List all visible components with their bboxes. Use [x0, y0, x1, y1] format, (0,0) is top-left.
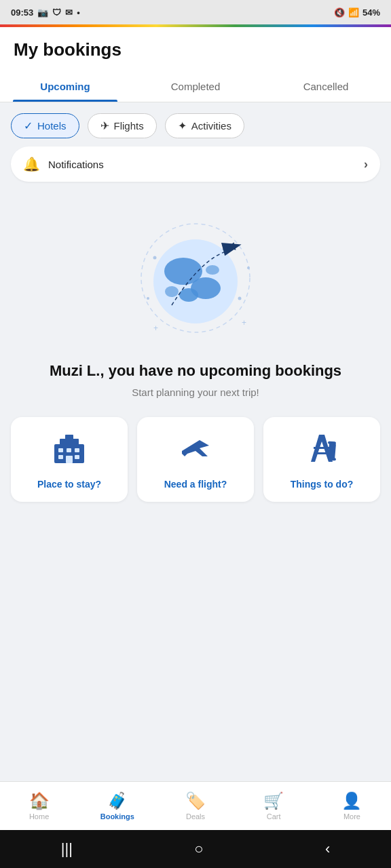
- camera-icon: 📷: [37, 7, 48, 18]
- tab-cancelled[interactable]: Cancelled: [261, 71, 391, 102]
- nav-cart-label: Cart: [267, 812, 281, 821]
- header: My bookings: [0, 27, 391, 71]
- flight-icon: [178, 432, 213, 471]
- shield-icon: 🛡: [52, 7, 61, 18]
- cta-flights[interactable]: Need a flight?: [137, 417, 254, 502]
- svg-text:+: +: [153, 323, 158, 333]
- notifications-label: Notifications: [48, 159, 364, 170]
- cta-row: Place to stay? Need a flight?: [11, 417, 380, 502]
- svg-point-6: [206, 265, 219, 275]
- svg-point-11: [238, 297, 242, 300]
- page-title: My bookings: [14, 39, 377, 60]
- activities-cta-icon: [304, 432, 339, 471]
- nav-deals[interactable]: 🏷️ Deals: [156, 782, 234, 830]
- status-bar: 09:53 📷 🛡 ✉ • 🔇 📶 54%: [0, 0, 391, 24]
- filter-activities[interactable]: ✦ Activities: [165, 113, 244, 138]
- more-icon: 👤: [341, 791, 362, 810]
- message-icon: ✉: [65, 7, 73, 18]
- bell-icon: 🔔: [23, 156, 40, 172]
- check-icon: ✓: [24, 119, 33, 132]
- recent-apps-button[interactable]: |||: [61, 840, 73, 858]
- cta-hotels-label: Place to stay?: [37, 479, 101, 490]
- svg-rect-27: [315, 452, 329, 454]
- svg-point-12: [247, 267, 250, 269]
- status-right: 🔇 📶 54%: [334, 7, 380, 18]
- nav-home-label: Home: [29, 812, 49, 821]
- svg-rect-26: [314, 447, 330, 449]
- cart-icon: 🛒: [263, 791, 284, 810]
- signal-icon: 📶: [348, 7, 359, 18]
- status-left: 09:53 📷 🛡 ✉ •: [11, 7, 80, 18]
- plane-icon: ✈: [100, 119, 109, 132]
- deals-icon: 🏷️: [185, 791, 206, 810]
- home-icon: 🏠: [29, 791, 50, 810]
- status-time: 09:53: [11, 7, 33, 18]
- mute-icon: 🔇: [334, 7, 345, 18]
- nav-bookings[interactable]: 🧳 Bookings: [78, 782, 156, 830]
- nav-cart[interactable]: 🛒 Cart: [235, 782, 313, 830]
- cta-activities-label: Things to do?: [291, 479, 354, 490]
- bottom-nav: 🏠 Home 🧳 Bookings 🏷️ Deals 🛒 Cart 👤 More: [0, 781, 391, 830]
- battery-text: 54%: [362, 7, 380, 18]
- filter-section: ✓ Hotels ✈ Flights ✦ Activities: [0, 102, 391, 146]
- nav-more[interactable]: 👤 More: [313, 782, 391, 830]
- nav-bookings-label: Bookings: [100, 812, 134, 821]
- svg-rect-29: [328, 441, 336, 444]
- svg-rect-19: [58, 448, 63, 452]
- svg-point-4: [179, 288, 198, 302]
- svg-rect-22: [58, 455, 63, 459]
- bookings-icon: 🧳: [107, 791, 128, 810]
- svg-rect-21: [75, 448, 79, 452]
- svg-point-13: [147, 297, 149, 300]
- nav-deals-label: Deals: [186, 812, 205, 821]
- cta-hotels[interactable]: Place to stay?: [11, 417, 128, 502]
- notifications-bar[interactable]: 🔔 Notifications ›: [11, 146, 380, 182]
- svg-text:+: +: [242, 318, 246, 328]
- nav-more-label: More: [343, 812, 360, 821]
- cta-activities[interactable]: Things to do?: [263, 417, 380, 502]
- empty-subtitle: Start planning your next trip!: [132, 387, 259, 398]
- svg-rect-20: [67, 448, 71, 452]
- svg-point-5: [165, 286, 179, 297]
- svg-point-10: [153, 256, 157, 260]
- cta-flights-label: Need a flight?: [164, 479, 227, 490]
- svg-rect-23: [75, 455, 79, 459]
- filter-hotels[interactable]: ✓ Hotels: [11, 113, 79, 138]
- activities-icon: ✦: [178, 119, 187, 132]
- empty-title: Muzi L., you have no upcoming bookings: [50, 362, 341, 380]
- filter-flights[interactable]: ✈ Flights: [88, 113, 157, 138]
- nav-home[interactable]: 🏠 Home: [0, 782, 78, 830]
- chevron-right-icon: ›: [364, 157, 368, 172]
- system-nav: ||| ○ ‹: [0, 830, 391, 868]
- tab-upcoming[interactable]: Upcoming: [0, 71, 130, 102]
- tabs-container: Upcoming Completed Cancelled: [0, 71, 391, 102]
- main-content: + + Muzi L., you have no upcoming bookin…: [0, 190, 391, 648]
- back-button[interactable]: ‹: [325, 840, 330, 858]
- svg-rect-18: [65, 435, 73, 440]
- home-button[interactable]: ○: [194, 840, 203, 858]
- globe-illustration: + +: [128, 210, 263, 346]
- svg-rect-24: [66, 456, 73, 463]
- hotel-icon: [52, 432, 87, 471]
- dot-icon: •: [77, 7, 80, 18]
- tab-completed[interactable]: Completed: [130, 71, 261, 102]
